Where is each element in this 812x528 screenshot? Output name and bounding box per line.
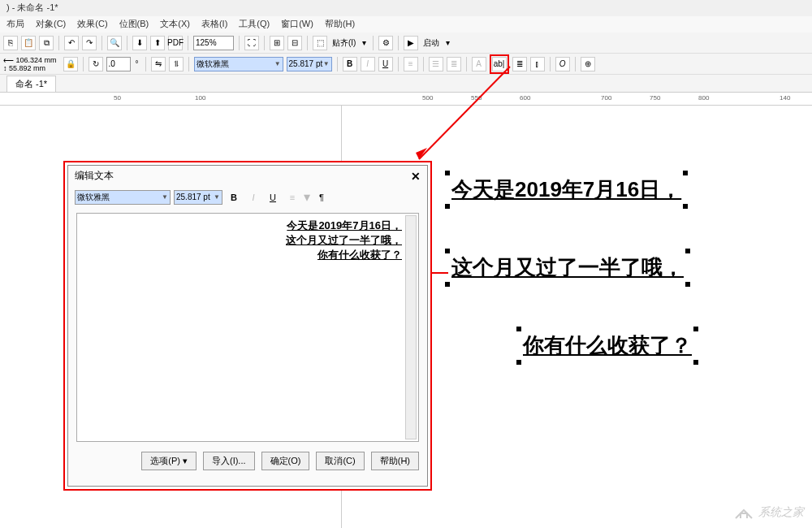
close-icon[interactable]: ✕ [411,170,421,183]
menu-window[interactable]: 窗口(W) [281,18,313,31]
separator [102,36,102,50]
undo-icon[interactable]: ↶ [64,36,79,50]
toolbar-standard: ⎘ 📋 ⧉ ↶ ↷ 🔍 ⬇ ⬆ PDF ⛶ ⊞ ⊟ ⬚ 贴齐(I)▾ ⚙ ▶ 启… [0,32,812,54]
launch-icon[interactable]: ▶ [404,36,418,50]
coordinates-display: ⟵ 106.324 mm ↕ 55.892 mm [3,56,60,72]
dialog-toolbar: 微软雅黑▼ 25.817 pt▼ B I U ≡ ▾ ¶ [68,186,427,208]
horizontal-ruler: 50 100 500 550 600 700 750 800 140 [0,93,812,106]
copy-icon[interactable]: ⎘ [3,36,18,50]
separator [466,57,467,71]
font-size-combo[interactable]: 25.817 pt▼ [287,57,332,71]
dialog-text-content[interactable]: 今天是2019年7月16日， 这个月又过了一半了哦， 你有什么收获了？ [286,219,402,262]
separator [575,57,576,71]
pilcrow-icon[interactable]: ¶ [313,190,330,205]
pdf-icon[interactable]: PDF [168,36,183,50]
separator [239,36,240,50]
rotation-input[interactable] [106,57,131,71]
export-icon[interactable]: ⬆ [150,36,165,50]
separator [398,36,399,50]
options-button[interactable]: 选项(P) ▾ [141,452,197,470]
import-icon[interactable]: ⬇ [132,36,147,50]
canvas-text-line1[interactable]: 今天是2019年7月16日， [451,175,681,204]
edit-text-dialog: 编辑文本 ✕ 微软雅黑▼ 25.817 pt▼ B I U ≡ ▾ ¶ 今天是2… [63,161,432,491]
outline-o-icon[interactable]: O [555,57,570,71]
dialog-align-icon[interactable]: ≡ [284,190,300,205]
indent-icon[interactable]: ≣ [512,57,527,71]
launch-label[interactable]: 启动 [421,37,441,49]
dialog-font-combo[interactable]: 微软雅黑▼ [75,190,171,205]
title-bar: ) - 未命名 -1* [0,0,812,16]
clone-icon[interactable]: ⧉ [39,36,54,50]
zoom-combo[interactable] [193,36,234,50]
dialog-bold-button[interactable]: B [226,190,242,205]
flip-h-icon[interactable]: ⇋ [151,57,166,71]
separator [264,36,265,50]
menu-bar: 布局 对象(C) 效果(C) 位图(B) 文本(X) 表格(I) 工具(Q) 窗… [0,16,812,32]
menu-help[interactable]: 帮助(H) [325,18,355,31]
list-bullet-icon[interactable]: ☰ [429,57,443,71]
dialog-underline-button[interactable]: U [265,190,281,205]
document-tab[interactable]: 命名 -1* [6,76,56,92]
menu-effect[interactable]: 效果(C) [77,18,107,31]
import-button[interactable]: 导入(I)... [203,452,255,470]
dialog-title-text: 编辑文本 [75,169,114,183]
edit-text-highlight: ab| [490,54,509,74]
list-number-icon[interactable]: ≣ [447,57,461,71]
separator [423,57,424,71]
separator [127,36,127,50]
dialog-size-combo[interactable]: 25.817 pt▼ [174,190,222,205]
menu-text[interactable]: 文本(X) [160,18,190,31]
menu-bitmap[interactable]: 位图(B) [119,18,149,31]
menu-layout[interactable]: 布局 [6,18,24,31]
fullscreen-icon[interactable]: ⛶ [244,36,259,50]
separator [83,57,84,71]
rotate-icon[interactable]: ↻ [89,57,103,71]
dropcap-icon[interactable]: A [472,57,486,71]
italic-button[interactable]: I [361,57,375,71]
search-icon[interactable]: 🔍 [107,36,122,50]
separator [307,36,308,50]
separator [373,36,374,50]
dialog-textarea[interactable]: 今天是2019年7月16日， 这个月又过了一半了哦， 你有什么收获了？ [76,213,419,442]
flip-v-icon[interactable]: ⥮ [169,57,184,71]
menu-tools[interactable]: 工具(Q) [239,18,270,31]
underline-button[interactable]: U [378,57,393,71]
options-icon[interactable]: ⚙ [378,36,393,50]
menu-table[interactable]: 表格(I) [201,18,227,31]
menu-object[interactable]: 对象(C) [36,18,66,31]
edit-text-button[interactable]: ab| [492,57,507,71]
separator [398,57,399,71]
lock-icon[interactable]: 🔒 [63,57,78,71]
ok-button[interactable]: 确定(O) [261,452,310,470]
bold-button[interactable]: B [343,57,357,71]
canvas-text-line3[interactable]: 你有什么收获了？ [523,331,692,360]
redo-icon[interactable]: ↷ [82,36,97,50]
align-label[interactable]: 贴齐(I) [330,37,357,49]
add-icon[interactable]: ⊕ [581,57,595,71]
toolbar-property: ⟵ 106.324 mm ↕ 55.892 mm 🔒 ↻ ° ⇋ ⥮ 微软雅黑▼… [0,54,812,75]
document-tabs: 命名 -1* [0,75,812,93]
svg-marker-1 [416,148,427,159]
snap-icon[interactable]: ⬚ [313,36,327,50]
separator [550,57,551,71]
canvas-text-line2[interactable]: 这个月又过了一半了哦， [451,253,684,282]
help-button[interactable]: 帮助(H) [371,452,419,470]
font-family-combo[interactable]: 微软雅黑▼ [194,57,283,71]
text-dir-icon[interactable]: ⫿ [530,57,545,71]
separator [188,36,188,50]
separator [337,57,338,71]
align-left-icon[interactable]: ≡ [404,57,418,71]
scrollbar[interactable] [405,215,417,439]
ruler-icon[interactable]: ⊞ [270,36,284,50]
separator [188,57,189,71]
dialog-italic-button[interactable]: I [245,190,261,205]
dialog-button-row: 选项(P) ▾ 导入(I)... 确定(O) 取消(C) 帮助(H) [68,447,427,475]
separator [58,36,59,50]
separator [145,57,146,71]
paste-icon[interactable]: 📋 [21,36,36,50]
grid-icon[interactable]: ⊟ [287,36,302,50]
watermark: 系统之家 [732,504,804,522]
cancel-button[interactable]: 取消(C) [316,452,364,470]
